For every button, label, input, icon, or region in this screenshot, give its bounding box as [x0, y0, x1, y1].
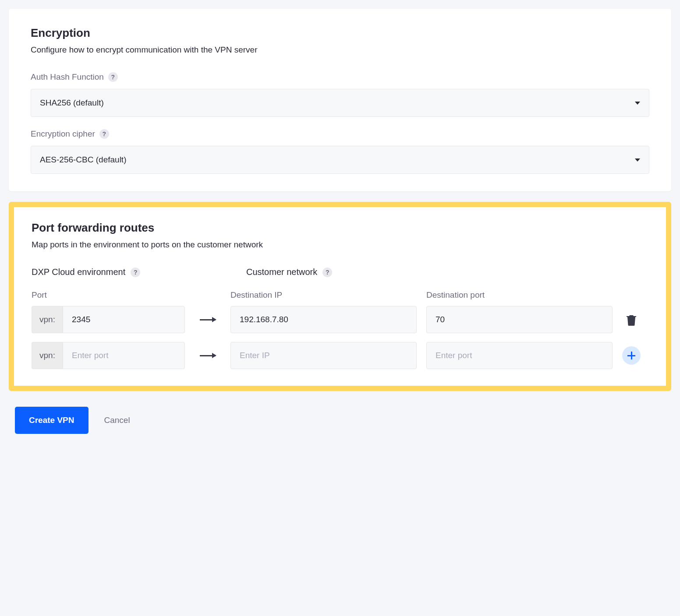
- destination-ip-input[interactable]: [230, 306, 417, 333]
- port-forwarding-title: Port forwarding routes: [32, 221, 648, 235]
- port-input[interactable]: [63, 342, 185, 369]
- route-row: vpn:: [32, 342, 648, 369]
- destination-port-input[interactable]: [426, 306, 613, 333]
- network-column-title: Customer network: [246, 267, 317, 277]
- delete-route-button[interactable]: [622, 310, 641, 329]
- encryption-card: Encryption Configure how to encrypt comm…: [9, 9, 671, 191]
- add-route-button[interactable]: [622, 346, 641, 365]
- chevron-down-icon: [635, 158, 640, 162]
- help-icon[interactable]: ?: [131, 268, 140, 277]
- encryption-description: Configure how to encrypt communication w…: [31, 45, 649, 55]
- cancel-button[interactable]: Cancel: [104, 415, 130, 425]
- destination-port-input[interactable]: [426, 342, 613, 369]
- help-icon[interactable]: ?: [108, 72, 118, 82]
- chevron-down-icon: [635, 102, 640, 105]
- dest-ip-label: Destination IP: [230, 290, 417, 300]
- encryption-title: Encryption: [31, 26, 649, 40]
- cipher-value: AES-256-CBC (default): [40, 155, 126, 165]
- dest-port-label: Destination port: [426, 290, 613, 300]
- cipher-field: Encryption cipher ? AES-256-CBC (default…: [31, 129, 649, 174]
- route-row: vpn:: [32, 306, 648, 333]
- help-icon[interactable]: ?: [322, 268, 332, 277]
- auth-hash-select[interactable]: SHA256 (default): [31, 89, 649, 117]
- port-label: Port: [32, 290, 185, 300]
- destination-ip-input[interactable]: [230, 342, 417, 369]
- port-forwarding-description: Map ports in the environment to ports on…: [32, 240, 648, 250]
- env-column-title: DXP Cloud environment: [32, 267, 125, 277]
- port-prefix: vpn:: [32, 306, 63, 333]
- help-icon[interactable]: ?: [99, 129, 109, 139]
- port-forwarding-card: Port forwarding routes Map ports in the …: [9, 202, 671, 391]
- trash-icon: [626, 313, 637, 326]
- arrow-right-icon: [195, 319, 221, 320]
- arrow-right-icon: [195, 355, 221, 356]
- create-vpn-button[interactable]: Create VPN: [15, 407, 89, 434]
- auth-hash-field: Auth Hash Function ? SHA256 (default): [31, 72, 649, 117]
- form-actions: Create VPN Cancel: [9, 407, 671, 434]
- plus-icon: [627, 352, 635, 359]
- cipher-select[interactable]: AES-256-CBC (default): [31, 146, 649, 174]
- cipher-label: Encryption cipher: [31, 129, 95, 139]
- port-input[interactable]: [63, 306, 185, 333]
- auth-hash-value: SHA256 (default): [40, 98, 104, 108]
- port-prefix: vpn:: [32, 342, 63, 369]
- auth-hash-label: Auth Hash Function: [31, 72, 104, 82]
